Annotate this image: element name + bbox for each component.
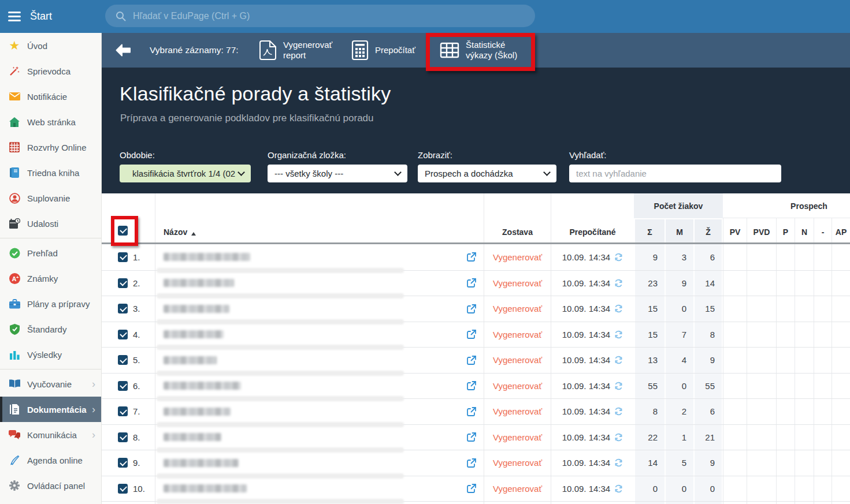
row-number: 5. [133, 355, 140, 365]
external-link-icon[interactable] [466, 278, 477, 288]
org-unit-select[interactable]: --- všetky školy --- [268, 165, 407, 182]
global-search[interactable] [105, 5, 535, 27]
external-link-icon[interactable] [466, 406, 477, 417]
external-link-icon[interactable] [466, 380, 477, 391]
recalculate-button[interactable]: Prepočítať [351, 33, 415, 68]
sidebar-item-znamky[interactable]: A+Známky› [0, 266, 101, 291]
zostava-link[interactable]: Vygenerovať [493, 330, 542, 339]
column-header-n[interactable]: N [795, 218, 814, 242]
prepocitane-value: 10.09. 14:34 [562, 330, 610, 339]
column-header-p[interactable]: P [776, 218, 795, 242]
external-link-icon[interactable] [466, 432, 477, 442]
row-name-smudge [157, 319, 404, 324]
view-select[interactable]: Prospech a dochádzka [418, 165, 556, 182]
refresh-icon[interactable] [614, 253, 623, 262]
refresh-icon[interactable] [614, 382, 623, 390]
row-name-blur [164, 356, 217, 364]
sidebar-item-triedna-kniha[interactable]: Triedna kniha› [0, 160, 101, 185]
row-checkbox[interactable] [118, 381, 128, 391]
external-link-icon[interactable] [466, 355, 477, 365]
row-checkbox[interactable] [118, 304, 128, 313]
ap-cell [832, 296, 850, 322]
sidebar-item-label: Výsledky [27, 350, 62, 360]
column-header-ap[interactable]: AP [832, 218, 850, 242]
refresh-icon[interactable] [614, 484, 623, 493]
sidebar-item-ovladaci-panel[interactable]: Ovládací panel› [0, 473, 101, 498]
sidebar-item-label: Agenda online [27, 456, 83, 465]
zostava-link[interactable]: Vygenerovať [493, 278, 542, 288]
dash-cell [814, 271, 832, 296]
refresh-icon[interactable] [614, 356, 623, 364]
sidebar-item-udalosti[interactable]: Udalosti› [0, 211, 101, 236]
ap-cell [832, 502, 850, 504]
column-header-pvd[interactable]: PVD [747, 218, 776, 242]
sidebar-item-sprievodca[interactable]: Sprievodca› [0, 58, 101, 84]
zostava-link[interactable]: Vygenerovať [493, 432, 542, 442]
sidebar-item-rozvrhy-online[interactable]: Rozvrhy Online› [0, 135, 101, 160]
pvd-cell [747, 271, 776, 296]
sidebar-item-label: Vyučovanie [27, 379, 72, 389]
zostava-link[interactable]: Vygenerovať [493, 355, 542, 365]
column-header-m[interactable]: M [665, 218, 693, 242]
sidebar-item-agenda-online[interactable]: Agenda online› [0, 447, 101, 473]
external-link-icon[interactable] [466, 304, 477, 314]
sum-cell: 14 [634, 450, 665, 476]
column-header-pv[interactable]: PV [723, 218, 747, 242]
external-link-icon[interactable] [466, 329, 477, 339]
sidebar-item-notifikacie[interactable]: Notifikácie› [0, 84, 101, 109]
sidebar-item-plany-a-pripravy[interactable]: Plány a prípravy› [0, 291, 101, 316]
row-checkbox[interactable] [118, 484, 128, 494]
select-all-checkbox[interactable] [118, 226, 128, 236]
column-header-dash[interactable]: - [814, 218, 832, 242]
zostava-link[interactable]: Vygenerovať [493, 458, 542, 468]
view-filter-label: Zobraziť: [418, 150, 556, 160]
row-checkbox[interactable] [118, 355, 128, 365]
sidebar-item-uvod[interactable]: ★Úvod› [0, 33, 101, 58]
row-checkbox[interactable] [118, 432, 128, 442]
search-input[interactable] [133, 11, 525, 21]
column-header-prepocitane[interactable]: Prepočítané [551, 218, 634, 242]
row-checkbox[interactable] [118, 278, 128, 288]
back-arrow-button[interactable] [116, 44, 131, 59]
sidebar-item-web-stranka[interactable]: Web stránka› [0, 109, 101, 135]
column-header-nazov[interactable]: Názov [155, 218, 484, 242]
refresh-icon[interactable] [614, 433, 623, 442]
zostava-link[interactable]: Vygenerovať [493, 484, 542, 494]
chevron-right-icon: › [92, 379, 95, 389]
external-link-icon[interactable] [466, 458, 477, 468]
sidebar-item-standardy[interactable]: Štandardy› [0, 316, 101, 342]
generate-report-button[interactable]: Vygenerovať report [259, 33, 348, 68]
table-search-input[interactable] [576, 169, 774, 178]
column-header-z[interactable]: Ž [693, 218, 723, 242]
refresh-icon[interactable] [614, 458, 623, 467]
refresh-icon[interactable] [614, 279, 623, 288]
external-link-icon[interactable] [466, 483, 477, 494]
row-checkbox[interactable] [118, 330, 128, 339]
sidebar-item-suplovanie[interactable]: Suplovanie› [0, 185, 101, 211]
period-select[interactable]: klasifikácia štvrťrok 1/4 (02 [120, 165, 251, 182]
row-checkbox[interactable] [118, 252, 128, 262]
row-checkbox[interactable] [118, 458, 128, 468]
zostava-link[interactable]: Vygenerovať [493, 381, 542, 391]
sidebar-item-vyucovanie[interactable]: Vyučovanie› [0, 371, 101, 397]
column-header-sum[interactable]: Σ [634, 218, 665, 242]
pvd-cell [747, 425, 776, 450]
row-checkbox[interactable] [118, 406, 128, 416]
start-menu-label[interactable]: Štart [30, 10, 52, 23]
zostava-link[interactable]: Vygenerovať [493, 304, 542, 313]
hamburger-menu-icon[interactable] [8, 12, 21, 21]
statistical-reports-button[interactable]: Štatistické výkazy (Škol) [440, 33, 530, 68]
sidebar-item-dokumentacia[interactable]: Dokumentácia› [0, 397, 101, 422]
sidebar-item-komunikacia[interactable]: Komunikácia› [0, 422, 101, 447]
zostava-link[interactable]: Vygenerovať [493, 406, 542, 416]
sidebar-item-label: Suplovanie [27, 193, 70, 203]
refresh-icon[interactable] [614, 304, 623, 313]
sidebar-item-vysledky[interactable]: Výsledky› [0, 342, 101, 367]
standards-icon [8, 324, 21, 335]
external-link-icon[interactable] [466, 252, 477, 262]
column-header-zostava[interactable]: Zostava [484, 218, 551, 242]
refresh-icon[interactable] [614, 330, 623, 339]
sidebar-item-prehlad[interactable]: Prehľad› [0, 240, 101, 266]
refresh-icon[interactable] [614, 407, 623, 416]
zostava-link[interactable]: Vygenerovať [493, 252, 542, 262]
